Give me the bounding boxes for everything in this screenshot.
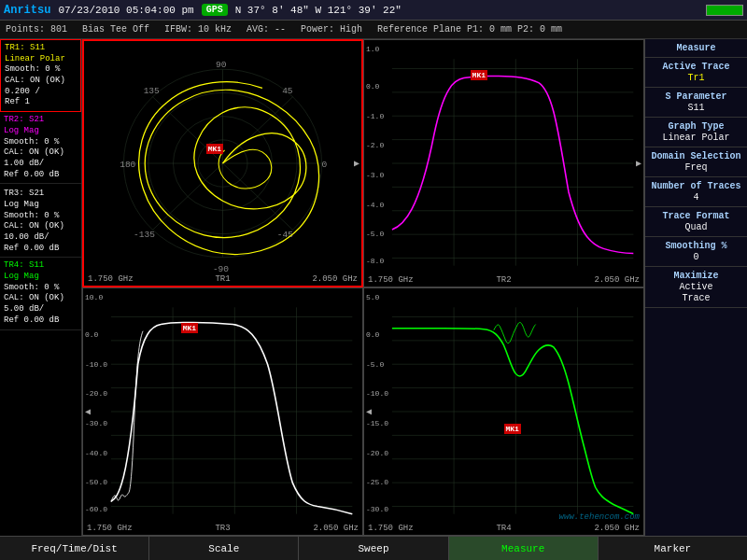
- ifbw-label: IFBW: 10 kHz: [164, 24, 232, 35]
- sidebar-smoothing-value: 0: [651, 252, 741, 262]
- main-area: TR1: S11 Linear Polar Smooth: 0 % CAL: O…: [0, 39, 747, 536]
- sidebar-trace-format-title: Trace Format: [651, 211, 741, 221]
- tr2-label: TR2: [496, 275, 511, 285]
- tr4-freq-end: 2.050 GHz: [594, 524, 640, 533]
- tr3-label: TR3: [215, 524, 230, 533]
- sidebar-graph-type-value: Linear Polar: [651, 133, 741, 143]
- tr3-id: TR3:: [4, 189, 24, 198]
- tr4-type: Log Mag: [4, 272, 78, 283]
- sidebar-active-trace-title: Active Trace: [651, 62, 741, 72]
- graph-tr4[interactable]: 5.0 0.0 -5.0 -10.0 -15.0 -20.0 -25.0 -30…: [363, 287, 644, 536]
- sidebar-measure[interactable]: Measure: [645, 39, 747, 58]
- tr4-y-top: 5.0: [366, 293, 379, 301]
- gps-button[interactable]: GPS: [202, 4, 228, 16]
- sidebar-num-traces-title: Number of Traces: [651, 181, 741, 191]
- sidebar-graph-type-title: Graph Type: [651, 121, 741, 132]
- sidebar-num-traces-value: 4: [651, 192, 741, 203]
- trace-info-tr2[interactable]: TR2: S21 Log Mag Smooth: 0 % CAL: ON (OK…: [0, 112, 81, 184]
- tr1-param: S11: [30, 43, 45, 52]
- tr2-y7: -5.0: [366, 230, 384, 238]
- tab-scale-label: Scale: [208, 543, 239, 554]
- graph-tr2[interactable]: 1.0 0.0 -1.0 -2.0 -3.0 -4.0 -5.0 -8.0: [363, 39, 644, 287]
- tr4-smooth: Smooth: 0 %: [4, 283, 78, 294]
- tab-measure[interactable]: Measure: [449, 537, 599, 560]
- tab-marker[interactable]: Marker: [599, 537, 747, 560]
- sidebar-trace-format-value: Quad: [651, 222, 741, 232]
- tr4-y2: 0.0: [366, 330, 379, 339]
- tr4-freq-start: 1.750 GHz: [368, 524, 414, 533]
- trace-info-tr3[interactable]: TR3: S21 Log Mag Smooth: 0 % CAL: ON (OK…: [0, 186, 81, 258]
- tr2-param: S21: [29, 115, 44, 124]
- power-label: Power: High: [301, 24, 362, 35]
- tr1-freq-start: 1.750 GHz: [88, 274, 134, 284]
- svg-text:-90: -90: [213, 264, 229, 274]
- tr3-y4: -20.0: [85, 389, 107, 398]
- tr4-y8: -30.0: [366, 505, 388, 513]
- tr2-id: TR2:: [4, 115, 24, 124]
- sidebar-s-param-value: S11: [651, 103, 741, 113]
- ref-plane-label: Reference Plane P1: 0 mm P2: 0 mm: [377, 24, 562, 35]
- tr2-smooth: Smooth: 0 %: [4, 137, 78, 148]
- tr4-id: TR4:: [4, 260, 24, 270]
- tab-freq-time-dist[interactable]: Freq/Time/Dist: [0, 537, 149, 560]
- svg-text:90: 90: [216, 60, 226, 70]
- tab-marker-label: Marker: [655, 543, 692, 554]
- right-sidebar: Measure Active Trace Tr1 S Parameter S11…: [644, 39, 747, 536]
- tr4-cal: CAL: ON (OK): [4, 293, 78, 304]
- sidebar-s-param[interactable]: S Parameter S11: [645, 88, 747, 118]
- tr4-scale: 5.00 dB/: [4, 304, 78, 315]
- tab-scale[interactable]: Scale: [149, 537, 299, 560]
- sidebar-smoothing[interactable]: Smoothing % 0: [645, 237, 747, 267]
- tr1-smooth: Smooth: 0 %: [5, 64, 77, 76]
- points-label: Points: 801: [6, 24, 67, 35]
- tr2-y2: 0.0: [366, 82, 379, 91]
- bias-tee-label: Bias Tee Off: [82, 24, 149, 35]
- tr3-ref: Ref 0.00 dB: [4, 244, 78, 255]
- sidebar-graph-type[interactable]: Graph Type Linear Polar: [645, 118, 747, 147]
- graph-tr1[interactable]: 0 180 90 -90 135 45 -45 -135 MK1 1.750 G…: [82, 39, 363, 287]
- sidebar-domain[interactable]: Domain Selection Freq: [645, 147, 747, 177]
- tr3-y8: -60.0: [85, 505, 107, 513]
- battery-icon: [706, 5, 743, 16]
- sidebar-smoothing-title: Smoothing %: [651, 241, 741, 251]
- avg-label: AVG: --: [247, 24, 286, 35]
- coordinates: N 37° 8' 48" W 121° 39' 22": [235, 5, 698, 16]
- sidebar-domain-title: Domain Selection: [651, 151, 741, 161]
- tr3-freq-end: 2.050 GHz: [313, 524, 359, 533]
- tr3-scale: 10.00 dB/: [4, 232, 78, 244]
- sidebar-measure-title: Measure: [651, 43, 741, 53]
- trace-info-tr4[interactable]: TR4: S11 Log Mag Smooth: 0 % CAL: ON (OK…: [0, 258, 81, 329]
- sidebar-num-traces[interactable]: Number of Traces 4: [645, 177, 747, 207]
- tr2-y3: -1.0: [366, 112, 384, 120]
- tr4-label: TR4: [496, 524, 511, 533]
- sidebar-maximize[interactable]: Maximize Active Trace: [645, 267, 747, 308]
- tab-sweep[interactable]: Sweep: [299, 537, 448, 560]
- tr2-y6: -4.0: [366, 201, 384, 209]
- header: Anritsu 07/23/2010 05:04:00 pm GPS N 37°…: [0, 0, 747, 21]
- sidebar-trace-format[interactable]: Trace Format Quad: [645, 207, 747, 237]
- tr1-cal: CAL: ON (OK): [5, 76, 77, 87]
- svg-text:-45: -45: [277, 230, 293, 240]
- sidebar-domain-value: Freq: [651, 162, 741, 173]
- tab-measure-label: Measure: [501, 543, 544, 554]
- tr4-arrow-left: ◀: [366, 406, 372, 417]
- svg-text:135: 135: [144, 87, 160, 97]
- sidebar-active-trace-value: Tr1: [651, 73, 741, 83]
- tr4-param: S11: [29, 260, 44, 270]
- sidebar-active-trace[interactable]: Active Trace Tr1: [645, 58, 747, 88]
- tr3-freq-start: 1.750 GHz: [87, 524, 133, 533]
- tr2-freq-start: 1.750 GHz: [368, 275, 414, 285]
- tr3-y2: 0.0: [85, 330, 98, 339]
- trace-info-tr1[interactable]: TR1: S11 Linear Polar Smooth: 0 % CAL: O…: [0, 39, 81, 112]
- tr2-y-top: 1.0: [366, 45, 379, 53]
- tr2-y8: -8.0: [366, 257, 384, 265]
- svg-text:45: 45: [282, 87, 292, 97]
- tr1-arrow-right: ▶: [354, 158, 359, 169]
- graph-area: 0 180 90 -90 135 45 -45 -135 MK1 1.750 G…: [82, 39, 644, 536]
- tr1-type: Linear Polar: [5, 54, 77, 65]
- svg-text:180: 180: [120, 160, 135, 170]
- tab-freq-time-dist-label: Freq/Time/Dist: [31, 543, 117, 554]
- tr1-id: TR1:: [5, 43, 25, 52]
- graph-tr3[interactable]: 10.0 0.0 -10.0 -20.0 -30.0 -40.0 -50.0 -…: [82, 287, 363, 536]
- subheader: Points: 801 Bias Tee Off IFBW: 10 kHz AV…: [0, 21, 747, 39]
